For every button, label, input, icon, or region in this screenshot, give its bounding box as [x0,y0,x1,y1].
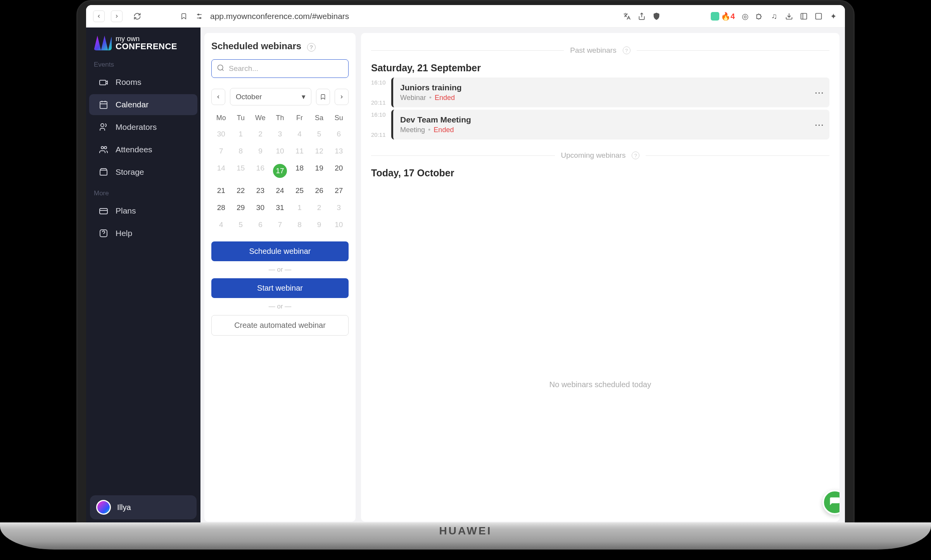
more-options-icon[interactable]: ⋮ [814,88,825,97]
search-input[interactable] [211,59,349,78]
help-icon[interactable]: ? [307,43,316,52]
sidebar-item-label: Plans [116,206,136,215]
svg-line-23 [222,69,224,71]
rooms-icon [98,77,109,87]
calendar-day: 8 [231,144,251,159]
calendar-day: 16 [250,161,270,181]
calendar-day: 4 [211,217,231,232]
translate-icon[interactable] [622,12,632,21]
user-profile[interactable]: Illya [90,495,197,519]
sidebar-item-rooms[interactable]: Rooms [89,72,197,93]
svg-rect-17 [100,170,107,175]
calendar-day: 7 [270,217,290,232]
calendar-day: 6 [329,127,349,141]
back-button[interactable] [93,10,105,22]
brave-shield-icon[interactable] [652,12,661,21]
download-icon[interactable] [784,12,794,21]
month-select[interactable]: October ▾ [230,88,311,105]
help-icon[interactable]: ? [623,47,630,54]
calendar-day[interactable]: 21 [211,183,231,198]
calendar-day: 2 [309,200,329,215]
calendar-day: 2 [250,127,270,141]
create-automated-webinar-button[interactable]: Create automated webinar [211,315,349,336]
reload-icon[interactable] [133,12,142,21]
calendar-day[interactable]: 31 [270,200,290,215]
extension-badge[interactable]: 🔥4 [711,12,735,21]
wallet-icon[interactable]: ◎ [740,12,750,21]
bookmark-icon[interactable] [179,12,188,21]
sidebar-item-label: Calendar [116,100,149,109]
puzzle-icon[interactable] [755,12,764,21]
music-icon[interactable]: ♫ [770,12,779,21]
calendar-day[interactable]: 23 [250,183,270,198]
month-label: October [236,93,262,101]
logo-icon [94,36,112,50]
calendar-day[interactable]: 20 [329,161,349,181]
nav-section-more: More [86,183,200,200]
panel-title: Scheduled webinars ? [211,41,349,52]
sidebar-item-storage[interactable]: Storage [89,162,197,183]
calendar-dow: Th [270,112,290,124]
calendar-day: 13 [329,144,349,159]
past-webinars-divider: Past webinars ? [371,46,829,55]
calendar-dow: Fr [290,112,309,124]
calendar-day: 10 [270,144,290,159]
calendar-day[interactable]: 19 [309,161,329,181]
sidebar-item-label: Help [116,229,132,238]
calendar-day[interactable]: 22 [231,183,251,198]
sidebar-item-label: Rooms [116,78,142,87]
event-card[interactable]: Dev Team Meeting Meeting•Ended ⋮ [391,110,829,140]
start-webinar-button[interactable]: Start webinar [211,278,349,298]
window-icon[interactable] [814,12,823,21]
sidebar: my own CONFERENCE Events Rooms Calendar … [86,28,200,527]
share-icon[interactable] [637,12,646,21]
logo-text: my own CONFERENCE [116,35,177,51]
upcoming-webinars-divider: Upcoming webinars ? [371,151,829,160]
calendar-day[interactable]: 27 [329,183,349,198]
calendar-day: 30 [211,127,231,141]
schedule-webinar-button[interactable]: Schedule webinar [211,241,349,261]
calendar-day: 1 [231,127,251,141]
tune-icon[interactable] [195,12,204,21]
calendar-day[interactable]: 25 [290,183,309,198]
sidebar-item-moderators[interactable]: Moderators [89,117,197,138]
calendar-day[interactable]: 28 [211,200,231,215]
event-time-column: 16:10 20:11 [371,78,391,107]
chat-fab[interactable] [822,490,839,515]
prev-month-button[interactable] [211,89,225,105]
no-events-text: No webinars scheduled today [371,380,829,389]
sidebar-item-calendar[interactable]: Calendar [89,94,197,115]
help-icon[interactable]: ? [632,152,639,159]
calendar-dow: Sa [309,112,329,124]
leo-icon[interactable]: ✦ [829,12,838,21]
calendar-day[interactable]: 18 [290,161,309,181]
sidebar-item-plans[interactable]: Plans [89,200,197,221]
upcoming-date-heading: Today, 17 October [371,167,829,179]
url-text[interactable]: app.myownconference.com/#webinars [210,12,616,21]
sidebar-item-attendees[interactable]: Attendees [89,139,197,160]
chevron-down-icon: ▾ [302,92,306,101]
calendar-day[interactable]: 26 [309,183,329,198]
event-subtitle: Meeting•Ended [400,126,471,134]
sidebar-item-label: Attendees [116,145,152,154]
more-options-icon[interactable]: ⋮ [814,120,825,129]
username: Illya [117,503,131,512]
svg-rect-18 [100,208,107,214]
forward-button[interactable] [111,10,123,22]
calendar-dow: Mo [211,112,231,124]
calendar-day[interactable]: 30 [250,200,270,215]
help-icon [98,228,109,238]
calendar-day: 5 [309,127,329,141]
sidebar-icon[interactable] [799,12,808,21]
sidebar-item-label: Storage [116,167,144,177]
calendar-day[interactable]: 17 [270,161,290,181]
calendar-icon [98,100,109,110]
event-card[interactable]: Juniors training Webinar•Ended ⋮ [391,78,829,107]
next-month-button[interactable] [335,89,349,105]
today-button[interactable] [316,89,330,105]
moderators-icon [98,122,109,132]
calendar-day[interactable]: 24 [270,183,290,198]
webinars-main: Past webinars ? Saturday, 21 September 1… [361,33,839,522]
calendar-day[interactable]: 29 [231,200,251,215]
sidebar-item-help[interactable]: Help [89,223,197,244]
